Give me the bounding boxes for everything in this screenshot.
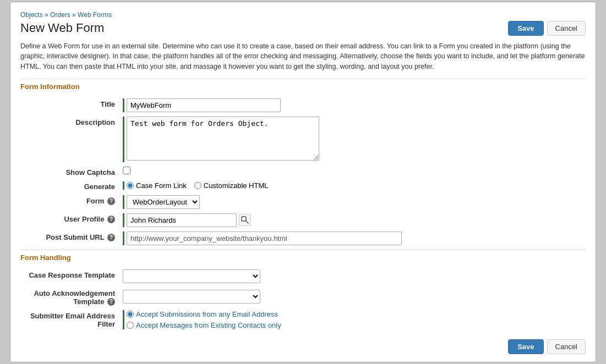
breadcrumb-objects[interactable]: Objects	[20, 11, 43, 19]
post-submit-url-help-icon[interactable]: ?	[107, 234, 115, 241]
post-submit-url-input[interactable]	[127, 231, 402, 245]
generate-row: Generate Case Form Link Customizable HTM…	[20, 179, 586, 193]
description-textarea[interactable]: Test web form for Orders Object.	[127, 117, 319, 161]
breadcrumb-orders[interactable]: Orders	[50, 11, 70, 19]
title-row: Title	[20, 96, 586, 114]
auto-ack-template-row: Auto Acknowledgement Template ?	[20, 285, 586, 308]
page-description: Define a Web Form for use in an external…	[20, 41, 586, 72]
cancel-button-top[interactable]: Cancel	[547, 21, 586, 36]
post-submit-url-row: Post Submit URL ?	[20, 229, 586, 247]
form-select[interactable]: WebOrderLayout	[127, 195, 200, 209]
user-profile-help-icon[interactable]: ?	[107, 216, 115, 223]
submitter-filter-option2-label: Accept Messages from Existing Contacts o…	[136, 321, 281, 329]
auto-ack-template-label: Auto Acknowledgement Template	[34, 289, 115, 306]
svg-line-1	[245, 220, 248, 223]
page-header: New Web Form Save Cancel	[20, 21, 586, 36]
description-row: Description Test web form for Orders Obj…	[20, 114, 586, 164]
description-label: Description	[20, 114, 119, 164]
user-profile-row: User Profile ?	[20, 211, 586, 229]
save-button-top[interactable]: Save	[508, 21, 543, 36]
header-buttons: Save Cancel	[508, 21, 586, 36]
form-handling-section-header: Form Handling	[20, 250, 586, 262]
generate-option1-label: Case Form Link	[136, 181, 187, 190]
form-row: Form ? WebOrderLayout	[20, 193, 586, 211]
generate-option1[interactable]: Case Form Link	[127, 181, 187, 190]
page-title: New Web Form	[20, 21, 104, 35]
bottom-buttons: Save Cancel	[20, 339, 586, 354]
generate-radio-html[interactable]	[194, 182, 201, 189]
form-handling-section: Form Handling Case Response Template Aut…	[20, 250, 586, 332]
generate-option2-label: Customizable HTML	[204, 181, 269, 190]
auto-ack-template-help-icon[interactable]: ?	[107, 298, 115, 306]
form-field-wrap: WebOrderLayout	[123, 195, 582, 209]
generate-label: Generate	[20, 179, 119, 193]
post-submit-url-field-wrap	[123, 231, 582, 245]
user-profile-field-wrap	[123, 213, 582, 227]
submitter-filter-option1-label: Accept Submissions from any Email Addres…	[136, 310, 278, 318]
title-label: Title	[20, 96, 119, 114]
show-captcha-checkbox[interactable]	[123, 167, 130, 174]
submitter-filter-radio-existing[interactable]	[127, 322, 134, 329]
submitter-filter-option1[interactable]: Accept Submissions from any Email Addres…	[127, 310, 582, 318]
user-profile-lookup-icon[interactable]	[239, 214, 251, 226]
cancel-button-bottom[interactable]: Cancel	[547, 339, 586, 354]
case-response-template-row: Case Response Template	[20, 267, 586, 285]
user-profile-label: User Profile	[64, 215, 104, 223]
submitter-filter-radio-any[interactable]	[127, 311, 134, 318]
generate-field-wrap: Case Form Link Customizable HTML	[123, 181, 582, 190]
form-help-icon[interactable]: ?	[107, 197, 115, 205]
form-handling-table: Case Response Template Auto Acknowledgem…	[20, 267, 586, 332]
generate-radio-group: Case Form Link Customizable HTML	[127, 181, 582, 190]
generate-option2[interactable]: Customizable HTML	[194, 181, 269, 190]
breadcrumb-webforms[interactable]: Web Forms	[78, 11, 112, 19]
save-button-bottom[interactable]: Save	[508, 339, 543, 354]
auto-ack-template-select[interactable]	[123, 290, 260, 304]
generate-radio-case[interactable]	[127, 182, 134, 189]
description-field-wrap: Test web form for Orders Object.	[123, 117, 582, 162]
form-information-table: Title Description Test web form for Orde…	[20, 96, 586, 247]
submitter-filter-wrap: Accept Submissions from any Email Addres…	[123, 310, 582, 329]
case-response-template-select[interactable]	[123, 269, 260, 283]
submitter-filter-row: Submitter Email Address Filter Accept Su…	[20, 308, 586, 332]
form-information-section-header: Form Information	[20, 79, 586, 91]
show-captcha-label: Show Captcha	[20, 164, 119, 179]
user-profile-input[interactable]	[127, 213, 237, 227]
page-container: Objects » Orders » Web Forms New Web For…	[10, 2, 596, 363]
breadcrumb: Objects » Orders » Web Forms	[20, 11, 586, 19]
submitter-filter-option2[interactable]: Accept Messages from Existing Contacts o…	[127, 321, 582, 329]
form-label: Form	[86, 197, 105, 205]
title-input[interactable]	[127, 98, 281, 112]
user-profile-input-group	[127, 213, 582, 227]
case-response-template-label: Case Response Template	[20, 267, 119, 285]
post-submit-url-label: Post Submit URL	[46, 233, 104, 241]
submitter-filter-label: Submitter Email Address Filter	[20, 308, 119, 332]
title-field-wrap	[123, 98, 582, 112]
show-captcha-row: Show Captcha	[20, 164, 586, 179]
submitter-filter-group: Accept Submissions from any Email Addres…	[127, 310, 582, 329]
